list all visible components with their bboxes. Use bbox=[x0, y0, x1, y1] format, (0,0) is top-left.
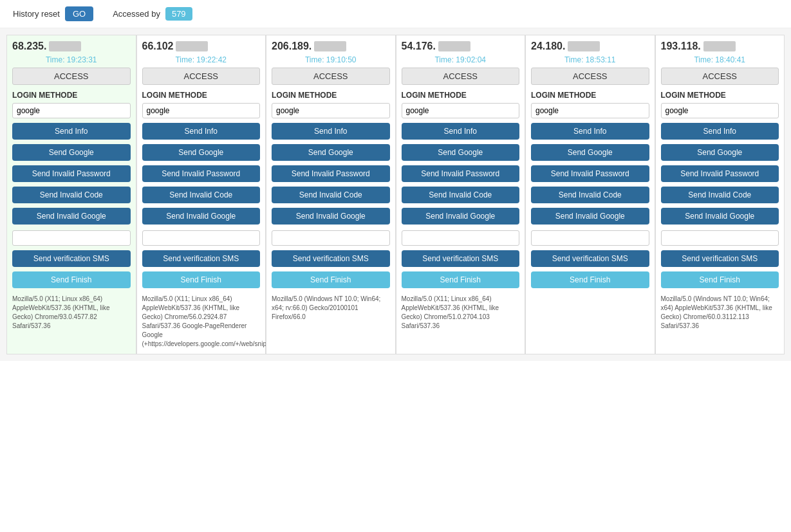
send-info-button[interactable]: Send Info bbox=[142, 123, 261, 140]
accessed-by-section: Accessed by 579 bbox=[113, 7, 192, 21]
send-invalid-password-button[interactable]: Send Invalid Password bbox=[661, 165, 779, 182]
login-method-input[interactable] bbox=[402, 103, 520, 118]
send-finish-button[interactable]: Send Finish bbox=[142, 271, 261, 288]
send-invalid-password-button[interactable]: Send Invalid Password bbox=[272, 165, 390, 182]
send-invalid-google-button[interactable]: Send Invalid Google bbox=[661, 208, 779, 225]
send-invalid-google-button[interactable]: Send Invalid Google bbox=[402, 208, 520, 225]
sms-input[interactable] bbox=[531, 230, 649, 246]
send-invalid-google-button[interactable]: Send Invalid Google bbox=[142, 208, 261, 225]
send-finish-button[interactable]: Send Finish bbox=[272, 271, 390, 288]
send-sms-button[interactable]: Send verification SMS bbox=[661, 250, 779, 267]
send-sms-button[interactable]: Send verification SMS bbox=[272, 250, 390, 267]
ip-blur bbox=[438, 41, 470, 51]
card-ip: 24.180. bbox=[531, 41, 649, 52]
send-invalid-password-button[interactable]: Send Invalid Password bbox=[12, 165, 131, 182]
login-method-input[interactable] bbox=[661, 103, 779, 118]
ip-prefix: 24.180. bbox=[531, 41, 565, 52]
ip-blur bbox=[176, 41, 208, 51]
send-invalid-google-button[interactable]: Send Invalid Google bbox=[272, 208, 390, 225]
send-invalid-code-button[interactable]: Send Invalid Code bbox=[142, 187, 261, 203]
send-finish-button[interactable]: Send Finish bbox=[12, 271, 131, 288]
send-invalid-password-button[interactable]: Send Invalid Password bbox=[402, 165, 520, 182]
access-button[interactable]: ACCESS bbox=[661, 68, 779, 85]
user-agent: Mozilla/5.0 (Windows NT 10.0; Win64; x64… bbox=[272, 295, 390, 322]
card-3: 54.176. Time: 19:02:04 ACCESS LOGIN METH… bbox=[396, 35, 526, 354]
send-google-button[interactable]: Send Google bbox=[661, 144, 779, 161]
card-time: Time: 19:02:04 bbox=[402, 55, 520, 64]
send-info-button[interactable]: Send Info bbox=[661, 123, 779, 140]
send-info-button[interactable]: Send Info bbox=[402, 123, 520, 140]
sms-input[interactable] bbox=[402, 230, 520, 246]
login-method-input[interactable] bbox=[142, 103, 261, 118]
send-google-button[interactable]: Send Google bbox=[402, 144, 520, 161]
ip-blur bbox=[568, 41, 600, 51]
login-method-label: LOGIN METHODE bbox=[661, 91, 779, 100]
send-invalid-password-button[interactable]: Send Invalid Password bbox=[531, 165, 649, 182]
card-ip: 193.118. bbox=[661, 41, 779, 52]
send-invalid-code-button[interactable]: Send Invalid Code bbox=[12, 187, 131, 203]
login-method-input[interactable] bbox=[531, 103, 649, 118]
send-sms-button[interactable]: Send verification SMS bbox=[402, 250, 520, 267]
ip-prefix: 206.189. bbox=[272, 41, 312, 52]
access-button[interactable]: ACCESS bbox=[531, 68, 649, 85]
card-5: 193.118. Time: 18:40:41 ACCESS LOGIN MET… bbox=[655, 35, 785, 354]
card-time: Time: 19:10:50 bbox=[272, 55, 390, 64]
login-method-label: LOGIN METHODE bbox=[272, 91, 390, 100]
access-button[interactable]: ACCESS bbox=[12, 68, 131, 85]
card-ip: 66.102 bbox=[142, 41, 261, 52]
send-google-button[interactable]: Send Google bbox=[531, 144, 649, 161]
card-ip: 54.176. bbox=[402, 41, 520, 52]
card-ip: 206.189. bbox=[272, 41, 390, 52]
sms-input[interactable] bbox=[272, 230, 390, 246]
send-invalid-code-button[interactable]: Send Invalid Code bbox=[272, 187, 390, 203]
go-button[interactable]: GO bbox=[65, 6, 93, 21]
login-method-label: LOGIN METHODE bbox=[12, 91, 131, 100]
card-1: 66.102 Time: 19:22:42 ACCESS LOGIN METHO… bbox=[136, 35, 266, 354]
ip-blur bbox=[314, 41, 346, 51]
cards-container: 68.235. Time: 19:23:31 ACCESS LOGIN METH… bbox=[0, 28, 791, 361]
card-ip: 68.235. bbox=[12, 41, 131, 52]
send-finish-button[interactable]: Send Finish bbox=[661, 271, 779, 288]
send-google-button[interactable]: Send Google bbox=[142, 144, 261, 161]
send-google-button[interactable]: Send Google bbox=[12, 144, 131, 161]
access-button[interactable]: ACCESS bbox=[142, 68, 261, 85]
sms-input[interactable] bbox=[12, 230, 131, 246]
send-sms-button[interactable]: Send verification SMS bbox=[12, 250, 131, 267]
login-method-label: LOGIN METHODE bbox=[531, 91, 649, 100]
user-agent: Mozilla/5.0 (X11; Linux x86_64) AppleWeb… bbox=[402, 295, 520, 331]
card-time: Time: 18:40:41 bbox=[661, 55, 779, 64]
history-reset-label: History reset bbox=[13, 9, 60, 19]
access-button[interactable]: ACCESS bbox=[272, 68, 390, 85]
login-method-input[interactable] bbox=[272, 103, 390, 118]
login-method-label: LOGIN METHODE bbox=[142, 91, 261, 100]
card-4: 24.180. Time: 18:53:11 ACCESS LOGIN METH… bbox=[525, 35, 655, 354]
sms-input[interactable] bbox=[142, 230, 261, 246]
send-info-button[interactable]: Send Info bbox=[531, 123, 649, 140]
login-method-input[interactable] bbox=[12, 103, 131, 118]
send-info-button[interactable]: Send Info bbox=[272, 123, 390, 140]
ip-blur bbox=[703, 41, 736, 51]
ip-prefix: 68.235. bbox=[12, 41, 46, 52]
send-invalid-google-button[interactable]: Send Invalid Google bbox=[531, 208, 649, 225]
send-finish-button[interactable]: Send Finish bbox=[531, 271, 649, 288]
access-button[interactable]: ACCESS bbox=[402, 68, 520, 85]
send-sms-button[interactable]: Send verification SMS bbox=[142, 250, 261, 267]
card-2: 206.189. Time: 19:10:50 ACCESS LOGIN MET… bbox=[266, 35, 396, 354]
send-invalid-password-button[interactable]: Send Invalid Password bbox=[142, 165, 261, 182]
send-invalid-code-button[interactable]: Send Invalid Code bbox=[402, 187, 520, 203]
card-0: 68.235. Time: 19:23:31 ACCESS LOGIN METH… bbox=[6, 35, 136, 354]
ip-prefix: 66.102 bbox=[142, 41, 174, 52]
sms-input[interactable] bbox=[661, 230, 779, 246]
user-agent: Mozilla/5.0 (X11; Linux x86_64) AppleWeb… bbox=[12, 295, 131, 331]
send-info-button[interactable]: Send Info bbox=[12, 123, 131, 140]
send-sms-button[interactable]: Send verification SMS bbox=[531, 250, 649, 267]
send-finish-button[interactable]: Send Finish bbox=[402, 271, 520, 288]
send-google-button[interactable]: Send Google bbox=[272, 144, 390, 161]
send-invalid-code-button[interactable]: Send Invalid Code bbox=[661, 187, 779, 203]
login-method-label: LOGIN METHODE bbox=[402, 91, 520, 100]
ip-prefix: 54.176. bbox=[402, 41, 436, 52]
top-bar: History reset GO Accessed by 579 bbox=[0, 0, 791, 28]
send-invalid-code-button[interactable]: Send Invalid Code bbox=[531, 187, 649, 203]
accessed-by-label: Accessed by bbox=[113, 9, 160, 19]
send-invalid-google-button[interactable]: Send Invalid Google bbox=[12, 208, 131, 225]
